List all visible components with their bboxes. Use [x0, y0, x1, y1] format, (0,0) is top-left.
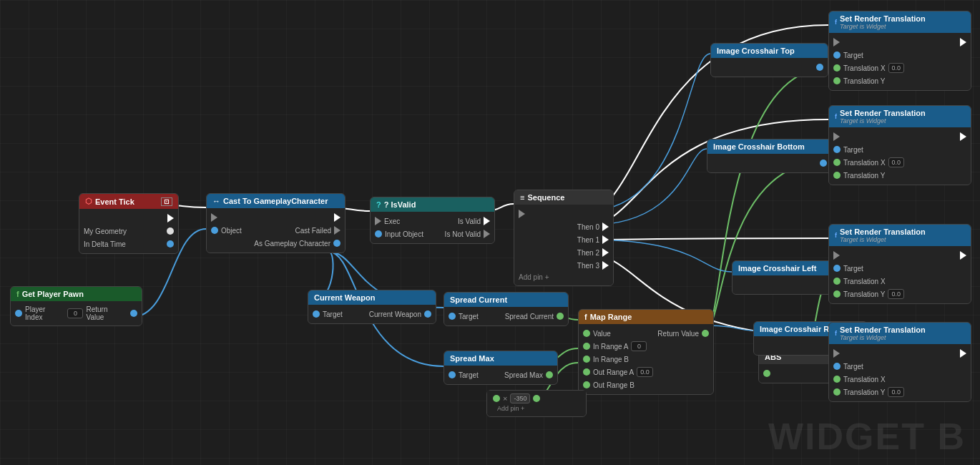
mr-inrangeb-pin[interactable] [583, 356, 590, 363]
srb-exec-out[interactable] [960, 132, 966, 141]
seq-then1-pin[interactable] [602, 235, 609, 244]
negate-node[interactable]: × -350 Add pin + [486, 390, 587, 417]
is-valid-title: ? IsValid [384, 200, 416, 209]
player-index-pin[interactable] [15, 310, 22, 317]
mr-outrangeb-pin[interactable] [583, 381, 590, 388]
srr-transy-pin[interactable] [833, 388, 841, 396]
event-tick-exec-pin[interactable] [167, 214, 174, 222]
seq-then3-row: Then 3 [514, 259, 613, 272]
srb-target-pin[interactable] [833, 146, 841, 153]
mr-return-pin[interactable] [702, 330, 709, 337]
isvalid-exec-out[interactable] [484, 217, 490, 225]
srr-exec-in[interactable] [833, 349, 840, 358]
seq-then0-row: Then 0 [514, 220, 613, 233]
cast-failed-pin[interactable] [334, 226, 340, 235]
is-valid-body: Exec Is Valid Input Object Is Not Valid [371, 212, 494, 243]
img-bottom-title: Image Crosshair Bottom [713, 142, 805, 151]
is-valid-exec-row: Exec Is Valid [371, 215, 494, 227]
sc-target-pin[interactable] [449, 313, 456, 320]
my-geometry-pin[interactable] [167, 227, 174, 235]
negate-add-pin[interactable]: Add pin + [493, 403, 580, 413]
in-delta-time-pin[interactable] [167, 240, 174, 248]
cast-to-gameplay-node[interactable]: ↔ Cast To GameplayCharacter Object Cast … [206, 193, 346, 253]
event-tick-body: My Geometry In Delta Time [79, 209, 178, 253]
srb-exec-in[interactable] [833, 132, 840, 141]
return-value-pin[interactable] [130, 310, 137, 317]
seq-add-pin[interactable]: Add pin + [514, 272, 613, 283]
srt-transx-pin[interactable] [833, 64, 841, 72]
is-valid-node[interactable]: ? ? IsValid Exec Is Valid Input Object [370, 197, 495, 244]
cw-target-pin[interactable] [313, 310, 320, 318]
sm-output-pin[interactable] [546, 371, 553, 378]
srb-transx-pin[interactable] [833, 159, 841, 166]
srl-transy-pin[interactable] [833, 290, 841, 298]
img-bottom-header: Image Crosshair Bottom [707, 140, 831, 154]
seq-then0-pin[interactable] [602, 222, 609, 231]
srr-exec-out[interactable] [960, 349, 966, 358]
mr-value-pin[interactable] [583, 330, 590, 337]
srl-target-pin[interactable] [833, 265, 841, 272]
srl-exec-out[interactable] [960, 251, 966, 260]
watermark-text: WIDGET B [768, 415, 966, 458]
seq-then3-pin[interactable] [602, 261, 609, 270]
srt-exec-in[interactable] [833, 38, 840, 46]
srt-transy-pin[interactable] [833, 77, 841, 84]
sequence-title: Sequence [527, 193, 564, 202]
sc-output-pin[interactable] [557, 313, 564, 320]
get-player-pawn-node[interactable]: f Get Player Pawn Player Index 0 Return … [10, 286, 142, 326]
sequence-node[interactable]: ≡ Sequence Then 0 Then 1 [514, 190, 614, 286]
seq-then1-row: Then 1 [514, 233, 613, 246]
srb-header: f Set Render Translation Target is Widge… [829, 106, 971, 127]
seq-then2-pin[interactable] [602, 248, 609, 257]
current-weapon-header: Current Weapon [308, 290, 436, 305]
set-render-top-node[interactable]: f Set Render Translation Target is Widge… [828, 11, 971, 91]
img-top-header: Image Crosshair Top [711, 44, 828, 58]
blueprint-canvas[interactable]: ⬡ Event Tick ⊡ My Geometry In Delta Time [0, 0, 980, 465]
seq-then2-row: Then 2 [514, 246, 613, 259]
cast-exec-out[interactable] [334, 213, 340, 222]
img-bottom-out-pin[interactable] [820, 160, 827, 167]
input-object-pin[interactable] [375, 230, 382, 238]
abs-in-pin[interactable] [763, 370, 770, 377]
mr-inrangea-pin[interactable] [583, 343, 590, 350]
srb-transy-pin[interactable] [833, 172, 841, 179]
set-render-bottom-node[interactable]: f Set Render Translation Target is Widge… [828, 105, 971, 185]
sm-target-pin[interactable] [449, 371, 456, 378]
cast-exec-in[interactable] [211, 213, 217, 222]
image-crosshair-bottom-node[interactable]: Image Crosshair Bottom [707, 139, 832, 173]
spread-current-node[interactable]: Spread Current Target Spread Current [444, 292, 569, 326]
srl-exec-in[interactable] [833, 251, 840, 260]
spread-max-node[interactable]: Spread Max Target Spread Max [444, 351, 558, 385]
srt-exec-out[interactable] [960, 38, 966, 46]
current-weapon-node[interactable]: Current Weapon Target Current Weapon [308, 290, 436, 324]
cast-exec-row [207, 211, 345, 224]
srt-subtitle: Target is Widget [840, 23, 926, 30]
set-render-right-node[interactable]: f Set Render Translation Target is Widge… [828, 322, 971, 402]
negate-out-pin[interactable] [533, 395, 540, 402]
map-range-header: f Map Range [579, 310, 713, 324]
set-render-left-node[interactable]: f Set Render Translation Target is Widge… [828, 224, 971, 304]
mr-outrangea-pin[interactable] [583, 368, 590, 376]
isvalid-exec-in[interactable] [375, 217, 381, 225]
cast-header: ↔ Cast To GameplayCharacter [207, 194, 345, 208]
srl-body: Target Translation X Translation Y 0.0 [829, 246, 971, 303]
event-tick-geometry-row: My Geometry [79, 225, 178, 238]
map-range-node[interactable]: f Map Range Value Return Value In Range … [578, 309, 714, 395]
srt-body: Target Translation X 0.0 Translation Y [829, 33, 971, 90]
srr-target-pin[interactable] [833, 363, 841, 370]
negate-in-pin[interactable] [493, 395, 500, 402]
event-tick-delta-row: In Delta Time [79, 238, 178, 250]
is-valid-input-row: Input Object Is Not Valid [371, 227, 494, 240]
event-tick-node[interactable]: ⬡ Event Tick ⊡ My Geometry In Delta Time [79, 193, 179, 254]
srt-target-pin[interactable] [833, 52, 841, 59]
event-tick-icon[interactable]: ⊡ [161, 197, 172, 206]
srl-transx-pin[interactable] [833, 278, 841, 285]
as-gameplay-pin[interactable] [333, 240, 340, 247]
image-crosshair-top-node[interactable]: Image Crosshair Top [710, 43, 828, 77]
seq-exec-in[interactable] [519, 210, 525, 218]
img-top-out-pin[interactable] [816, 64, 823, 71]
cw-output-pin[interactable] [424, 310, 431, 318]
srr-transx-pin[interactable] [833, 376, 841, 383]
cast-object-pin[interactable] [211, 227, 218, 234]
is-not-valid-pin[interactable] [484, 230, 490, 238]
